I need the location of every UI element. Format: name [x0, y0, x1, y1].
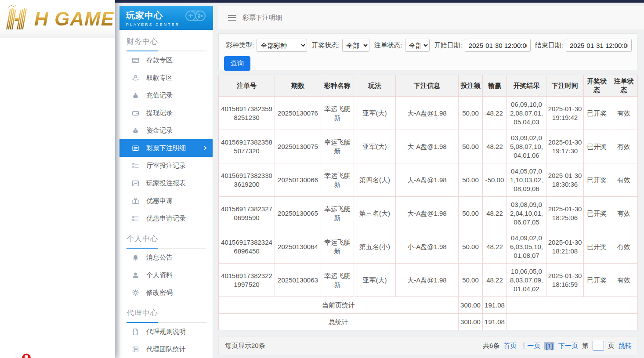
cell-draw-status: 已开奖 [584, 264, 610, 297]
cell-draw-result: 10,06,05,08,03,07,09,01,04,02 [507, 264, 546, 297]
menu-toggle-hamburger-icon[interactable] [228, 15, 236, 21]
cell-bet-id: 401569173823221997520 [219, 264, 275, 297]
change-password-gear-icon [132, 289, 139, 297]
sidebar-item-announcements[interactable]: 消息公告 [119, 249, 213, 266]
summary-empty [507, 297, 638, 314]
top-navy-strip [115, 0, 644, 3]
col-header-play-type: 玩法 [354, 75, 396, 97]
players-center-title: 玩家中心 [126, 10, 213, 22]
cell-bet-amount: 50.00 [459, 197, 483, 230]
start-date-label: 开始日期: [434, 41, 462, 50]
cell-period: 20250130076 [275, 97, 321, 130]
sidebar-item-agent-rules[interactable]: 代理规则说明 [119, 323, 213, 340]
cell-play-type: 第五名(小) [354, 230, 396, 264]
col-header-bet-amount: 投注额 [459, 75, 483, 97]
cell-lottery-name: 幸运飞艇新 [321, 264, 354, 297]
cell-bet-info: 大-A盘@1.98 [396, 97, 459, 130]
summary-bet-amount: 300.00 [459, 297, 483, 314]
col-header-bet-time: 下注时间 [546, 75, 584, 97]
sidebar-item-promo-apply-records[interactable]: 优惠申请记录 [119, 210, 213, 227]
sidebar-item-player-bet-report[interactable]: 玩家投注报表 [119, 174, 213, 192]
sidebar-item-funds-records[interactable]: 资金记录 [119, 122, 213, 139]
sidebar-item-deposit-zone[interactable]: 存款专区 [119, 51, 213, 69]
cell-draw-status: 已开奖 [584, 163, 610, 197]
cell-order-status: 有效 [610, 130, 638, 163]
cell-bet-time: 2025-01-30 18:25:06 [546, 197, 584, 230]
table-row: 401569173823598251230 20250130076 幸运飞艇新 … [219, 97, 638, 130]
end-date-label: 结束日期: [535, 41, 563, 50]
withdraw-hand-icon [132, 74, 139, 82]
sidebar-item-hall-bet-records[interactable]: 厅室投注记录 [119, 157, 213, 174]
pagination-bar: 每页显示20条 共6条 首页 上一页 [1] 下一页 第 页 跳转 [218, 336, 637, 355]
sidebar-item-lottery-bet-details[interactable]: 彩票下注明细 [119, 139, 213, 157]
sidebar-item-label: 充值记录 [146, 91, 173, 100]
summary-empty [507, 314, 638, 330]
cell-bet-id: 401569173823303619200 [219, 163, 275, 197]
start-date-input[interactable] [465, 39, 531, 52]
query-button[interactable]: 查询 [224, 56, 250, 71]
page-size-text: 每页显示20条 [225, 342, 265, 350]
cell-play-type: 亚军(大) [354, 130, 396, 163]
recharge-record-icon [132, 92, 139, 99]
cell-order-status: 有效 [610, 264, 638, 297]
cell-period: 20250130075 [275, 130, 321, 163]
current-page-indicator: [1] [544, 342, 554, 350]
sidebar-item-label: 优惠申请记录 [146, 214, 186, 223]
logo-panel: H GAME [0, 0, 115, 358]
page-title: 彩票下注明细 [242, 14, 282, 22]
first-page-link[interactable]: 首页 [503, 342, 517, 350]
sidebar-item-label: 厅室投注记录 [146, 162, 186, 170]
cell-order-status: 有效 [610, 197, 638, 230]
cell-bet-id: 401569173823585077320 [219, 130, 275, 163]
next-page-link[interactable]: 下一页 [558, 342, 578, 350]
cell-order-status: 有效 [610, 230, 638, 264]
cell-play-type: 第四名(大) [354, 163, 396, 197]
prev-page-link[interactable]: 上一页 [521, 342, 540, 350]
summary-bet-amount: 300.00 [459, 314, 483, 330]
sidebar-item-agent-team-stats[interactable]: 代理团队统计 [119, 340, 213, 358]
cell-lottery-name: 幸运飞艇新 [321, 163, 354, 197]
col-header-lottery-name: 彩种名称 [321, 75, 354, 97]
page-prefix-text: 第 [582, 342, 589, 350]
sidebar-item-label: 消息公告 [146, 253, 173, 262]
deposit-card-icon [132, 57, 139, 64]
sidebar-item-change-password[interactable]: 修改密码 [119, 284, 213, 301]
cell-bet-time: 2025-01-30 18:30:36 [546, 163, 584, 197]
col-header-draw-status: 开奖状态 [584, 75, 610, 97]
sidebar-item-withdrawal-records[interactable]: 提现记录 [119, 104, 213, 122]
app-area: 玩家中心 PLAYERS CENTER 彩票下注明细 财务中心 [115, 0, 644, 358]
cell-lottery-name: 幸运飞艇新 [321, 130, 354, 163]
cell-bet-info: 大-A盘@1.98 [396, 264, 459, 297]
col-header-order-status: 注单状态 [610, 75, 638, 97]
cell-period: 20250130064 [275, 230, 321, 264]
page-jump-input[interactable] [593, 341, 604, 351]
section-title: 财务中心 [127, 36, 206, 47]
sidebar-item-label: 个人资料 [146, 271, 173, 279]
table-row: 401569173823585077320 20250130075 幸运飞艇新 … [219, 130, 638, 163]
table-row: 401569173823270699590 20250130065 幸运飞艇新 … [219, 197, 638, 230]
cell-bet-amount: 50.00 [459, 163, 483, 197]
draw-status-select[interactable]: 全部 [342, 39, 369, 52]
cell-win-loss: 48.22 [483, 264, 507, 297]
sidebar-item-recharge-records[interactable]: 充值记录 [119, 87, 213, 104]
floating-alert-icon[interactable] [22, 354, 31, 358]
order-status-label: 注单状态: [374, 41, 402, 50]
sidebar-item-label: 资金记录 [146, 127, 173, 135]
sidebar-item-label: 修改密码 [146, 289, 173, 297]
cell-win-loss: 48.22 [483, 130, 507, 163]
jump-link[interactable]: 跳转 [619, 342, 632, 350]
col-header-bet-id: 注单号 [219, 75, 275, 97]
sidebar-item-promo-apply[interactable]: 优惠申请 [119, 192, 213, 210]
end-date-input[interactable] [566, 39, 632, 52]
cell-win-loss: -50.00 [483, 163, 507, 197]
sidebar-item-profile[interactable]: 个人资料 [119, 266, 213, 284]
cell-bet-amount: 50.00 [459, 264, 483, 297]
withdrawal-record-icon [132, 109, 139, 117]
lottery-type-label: 彩种类型: [226, 41, 254, 50]
main-content: 彩种类型: 全部彩种 开奖状态: 全部 注单状态: 全部 开始日期: 结束日期:… [218, 33, 637, 355]
cell-play-type: 第三名(大) [354, 197, 396, 230]
sidebar-item-withdraw-zone[interactable]: 取款专区 [119, 69, 213, 87]
chevron-right-icon [203, 146, 207, 150]
order-status-select[interactable]: 全部 [405, 39, 430, 52]
lottery-type-select[interactable]: 全部彩种 [257, 39, 307, 52]
